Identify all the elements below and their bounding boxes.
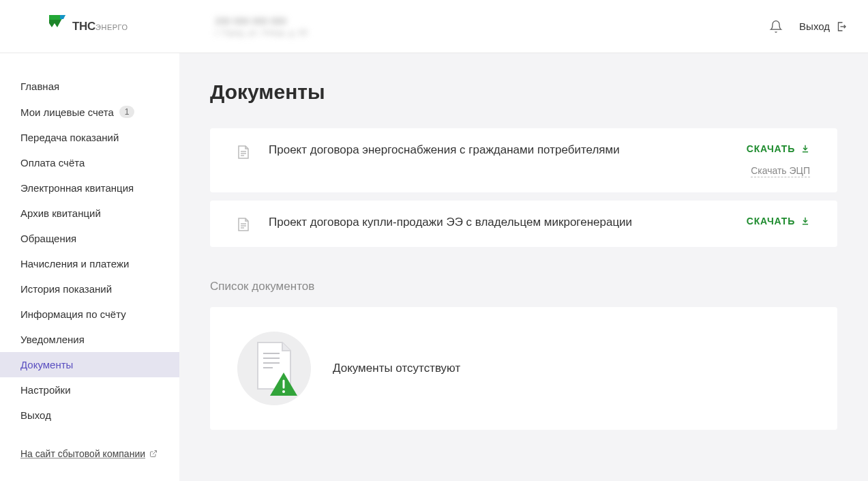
logo-text: ТНСЭНЕРГО [72, 20, 128, 33]
document-actions: СКАЧАТЬСкачать ЭЦП [747, 143, 810, 177]
sidebar-item-label: Оплата счёта [20, 157, 85, 169]
account-number: 200 000 000 000 [215, 16, 769, 27]
header: ТНСЭНЕРГО 200 000 000 000 г. Город, ул. … [0, 0, 868, 53]
document-card: Проект договора купли-продажи ЭЭ с владе… [210, 201, 837, 247]
account-address: г. Город, ул. Улица, д. 00 [215, 28, 769, 38]
logo-icon [48, 14, 67, 40]
sidebar-item-documents[interactable]: Документы [0, 352, 179, 377]
sidebar-item-receipt-archive[interactable]: Архив квитанций [0, 201, 179, 226]
external-link-icon [149, 450, 158, 458]
main-content: Документы Проект договора энергоснабжени… [179, 53, 868, 481]
sidebar-item-label: Главная [20, 81, 59, 92]
document-actions: СКАЧАТЬ [747, 216, 810, 227]
download-button[interactable]: СКАЧАТЬ [747, 216, 810, 227]
logo[interactable]: ТНСЭНЕРГО [48, 14, 194, 40]
exit-button[interactable]: Выход [799, 20, 848, 33]
empty-state-text: Документы отсутствуют [333, 362, 460, 375]
sidebar-item-label: История показаний [20, 283, 112, 295]
account-info: 200 000 000 000 г. Город, ул. Улица, д. … [194, 16, 769, 38]
logout-icon [835, 20, 848, 33]
download-ecp-link[interactable]: Скачать ЭЦП [751, 165, 810, 177]
exit-label: Выход [799, 20, 830, 32]
sidebar-item-label: Мои лицевые счета [20, 106, 114, 118]
download-button[interactable]: СКАЧАТЬ [747, 143, 810, 154]
sidebar-footer-link[interactable]: На сайт сбытовой компании [0, 428, 179, 480]
document-icon [237, 217, 250, 232]
footer-link-label: На сайт сбытовой компании [20, 448, 145, 459]
page-title: Документы [210, 81, 837, 104]
sidebar-item-label: Начисления и платежи [20, 258, 129, 269]
sidebar-item-logout[interactable]: Выход [0, 403, 179, 428]
sidebar-item-appeals[interactable]: Обращения [0, 226, 179, 251]
sidebar-item-settings[interactable]: Настройки [0, 377, 179, 403]
sidebar-item-accounts[interactable]: Мои лицевые счета1 [0, 99, 179, 125]
sidebar-item-label: Электронная квитанция [20, 182, 134, 194]
sidebar-item-label: Настройки [20, 384, 71, 396]
sidebar-item-label: Документы [20, 359, 73, 370]
download-label: СКАЧАТЬ [747, 143, 795, 154]
sidebar-badge: 1 [119, 106, 135, 118]
sidebar-item-account-info[interactable]: Информация по счёту [0, 302, 179, 327]
document-title: Проект договора энергоснабжения с гражда… [269, 143, 728, 157]
download-label: СКАЧАТЬ [747, 216, 795, 227]
sidebar-item-charges[interactable]: Начисления и платежи [0, 251, 179, 276]
download-icon [800, 144, 810, 154]
document-card: Проект договора энергоснабжения с гражда… [210, 128, 837, 192]
sidebar-item-readings-history[interactable]: История показаний [0, 276, 179, 302]
document-icon [237, 145, 250, 160]
header-right: Выход [769, 20, 848, 33]
bell-icon[interactable] [769, 20, 783, 33]
document-title: Проект договора купли-продажи ЭЭ с владе… [269, 216, 728, 229]
sidebar-item-e-receipt[interactable]: Электронная квитанция [0, 175, 179, 201]
sidebar-item-label: Выход [20, 409, 51, 421]
empty-state-icon [237, 332, 311, 405]
download-icon [800, 216, 810, 226]
sidebar-item-label: Передача показаний [20, 132, 119, 143]
sidebar-item-notifications[interactable]: Уведомления [0, 327, 179, 352]
sidebar-item-label: Информация по счёту [20, 308, 126, 320]
sidebar-item-main[interactable]: Главная [0, 74, 179, 99]
sidebar-item-label: Обращения [20, 233, 76, 244]
sidebar-item-label: Уведомления [20, 334, 85, 345]
doc-list-section-label: Список документов [210, 280, 837, 293]
sidebar-item-payment[interactable]: Оплата счёта [0, 150, 179, 175]
sidebar-item-label: Архив квитанций [20, 207, 101, 219]
svg-point-13 [282, 390, 285, 393]
sidebar: ГлавнаяМои лицевые счета1Передача показа… [0, 53, 179, 481]
empty-state-card: Документы отсутствуют [210, 307, 837, 430]
sidebar-item-readings-submit[interactable]: Передача показаний [0, 125, 179, 150]
